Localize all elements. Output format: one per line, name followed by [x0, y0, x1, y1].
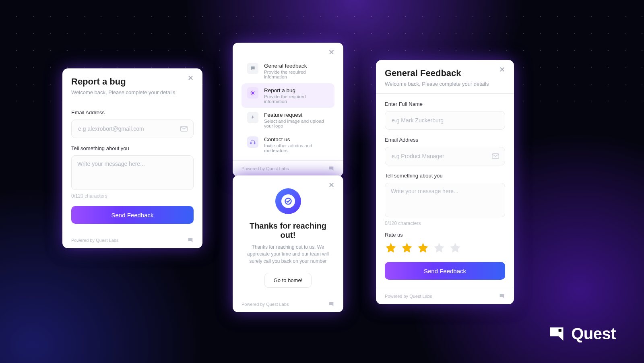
send-feedback-button[interactable]: Send Feedback: [71, 206, 194, 224]
menu-item-subtitle: Select and image and upload your logo: [264, 119, 329, 128]
card-title: Report a bug: [71, 76, 194, 87]
menu-item-subtitle: Invite other admins and moderators: [264, 143, 329, 153]
quest-mini-icon: [328, 301, 334, 307]
email-field[interactable]: [385, 147, 505, 165]
star-empty-icon[interactable]: [449, 242, 461, 254]
card-footer: Powered by Quest Labs: [62, 232, 202, 248]
svg-rect-3: [254, 142, 255, 144]
rate-label: Rate us: [385, 232, 505, 238]
success-badge: [275, 188, 301, 214]
menu-item-title: Report a bug: [264, 87, 329, 93]
svg-rect-6: [559, 329, 561, 332]
menu-item-subtitle: Provide the required information: [264, 70, 329, 79]
close-icon: ✕: [499, 66, 505, 74]
message-textarea[interactable]: Write your message here...: [71, 155, 194, 190]
svg-rect-2: [250, 142, 251, 144]
send-feedback-button[interactable]: Send Feedback: [385, 262, 505, 280]
close-icon: ✕: [328, 48, 334, 56]
star-rating[interactable]: [385, 242, 505, 254]
menu-item-title: Feature request: [264, 112, 329, 118]
close-icon: ✕: [188, 74, 194, 82]
email-label: Email Address: [385, 137, 505, 143]
email-label: Email Address: [71, 109, 194, 116]
card-footer: Powered by Quest Labs: [376, 288, 514, 304]
mail-icon: [180, 126, 188, 132]
name-input[interactable]: [391, 117, 499, 124]
menu-item-feature-request[interactable]: Feature request Select and image and upl…: [242, 108, 334, 132]
close-icon: ✕: [328, 181, 334, 189]
star-filled-icon[interactable]: [385, 242, 397, 254]
email-field[interactable]: [71, 120, 194, 138]
card-title: General Feedback: [385, 68, 505, 78]
menu-item-general-feedback[interactable]: General feedback Provide the required in…: [242, 59, 334, 83]
thanks-body: Thanks for reaching out to us. We apprec…: [242, 244, 334, 265]
email-input[interactable]: [77, 125, 180, 132]
quest-logo-icon: [548, 325, 566, 343]
powered-by-label: Powered by Quest Labs: [385, 294, 432, 299]
svg-point-1: [252, 92, 254, 94]
powered-by-label: Powered by Quest Labs: [242, 302, 289, 307]
check-circle-icon: [284, 197, 292, 205]
card-subtitle: Welcome back, Please complete your detai…: [71, 89, 194, 95]
general-feedback-card: ✕ General Feedback Welcome back, Please …: [376, 60, 514, 304]
menu-item-report-bug[interactable]: Report a bug Provide the required inform…: [242, 83, 334, 108]
go-home-button[interactable]: Go to home!: [264, 273, 312, 288]
powered-by-label: Powered by Quest Labs: [71, 238, 118, 243]
quest-mini-icon: [187, 237, 194, 243]
report-bug-card: ✕ Report a bug Welcome back, Please comp…: [62, 68, 202, 248]
close-button[interactable]: ✕: [185, 74, 196, 82]
thanks-title: Thanks for reaching out!: [242, 221, 334, 240]
card-footer: Powered by Quest Labs: [233, 160, 343, 177]
quest-mini-icon: [328, 165, 334, 172]
char-counter: 0/120 characters: [385, 221, 505, 226]
close-button[interactable]: ✕: [326, 48, 337, 56]
menu-item-contact-us[interactable]: Contact us Invite other admins and moder…: [242, 132, 334, 157]
bug-icon: [247, 87, 258, 99]
quest-mini-icon: [499, 293, 505, 299]
mail-icon: [492, 153, 499, 159]
menu-item-subtitle: Provide the required information: [264, 94, 329, 104]
char-counter: 0/120 characters: [71, 193, 194, 199]
star-filled-icon[interactable]: [417, 242, 429, 254]
name-field[interactable]: [385, 111, 505, 130]
sparkle-icon: [247, 112, 258, 123]
star-empty-icon[interactable]: [433, 242, 445, 254]
chat-icon: [247, 63, 258, 74]
card-subtitle: Welcome back, Please complete your detai…: [385, 81, 505, 87]
headset-icon: [247, 136, 258, 148]
quest-brand-text: Quest: [571, 325, 616, 343]
feedback-type-menu-card: ✕ General feedback Provide the required …: [233, 43, 343, 177]
star-filled-icon[interactable]: [401, 242, 413, 254]
close-button[interactable]: ✕: [497, 66, 508, 74]
close-button[interactable]: ✕: [326, 181, 337, 189]
about-label: Tell something about you: [385, 173, 505, 179]
menu-item-title: General feedback: [264, 63, 329, 69]
quest-brand-logo: Quest: [548, 325, 616, 343]
card-footer: Powered by Quest Labs: [233, 296, 343, 312]
menu-item-title: Contact us: [264, 136, 329, 142]
powered-by-label: Powered by Quest Labs: [242, 166, 289, 171]
thank-you-card: ✕ Thanks for reaching out! Thanks for re…: [233, 175, 343, 312]
message-textarea[interactable]: Write your message here...: [385, 183, 505, 217]
name-label: Enter Full Name: [385, 101, 505, 107]
about-label: Tell something about you: [71, 145, 194, 151]
email-input[interactable]: [391, 153, 492, 160]
